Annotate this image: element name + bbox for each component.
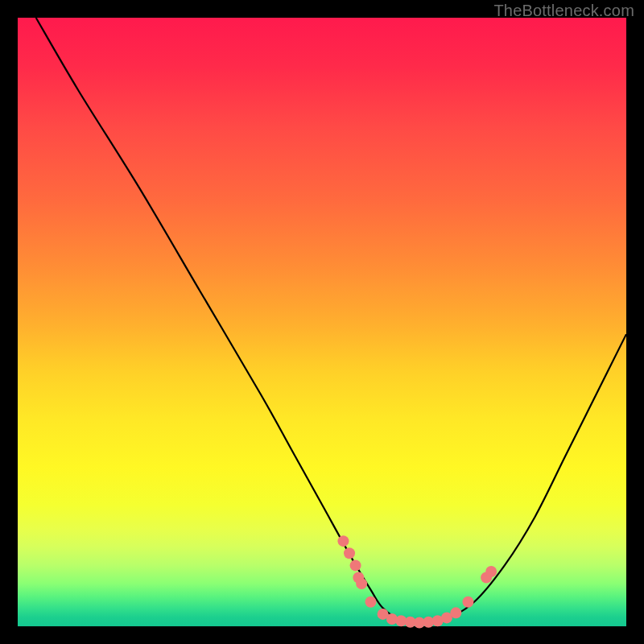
- data-point: [462, 597, 473, 608]
- bottleneck-curve: [36, 18, 626, 623]
- data-point: [337, 535, 349, 547]
- chart-svg: [18, 18, 626, 626]
- plot-area: [18, 18, 626, 626]
- data-point: [485, 566, 497, 577]
- data-point: [365, 597, 376, 608]
- data-point: [344, 547, 355, 559]
- curve-markers: [337, 535, 497, 628]
- data-point: [350, 559, 361, 571]
- data-point: [450, 607, 461, 618]
- chart-frame: TheBottleneck.com: [0, 0, 644, 644]
- data-point: [356, 578, 367, 589]
